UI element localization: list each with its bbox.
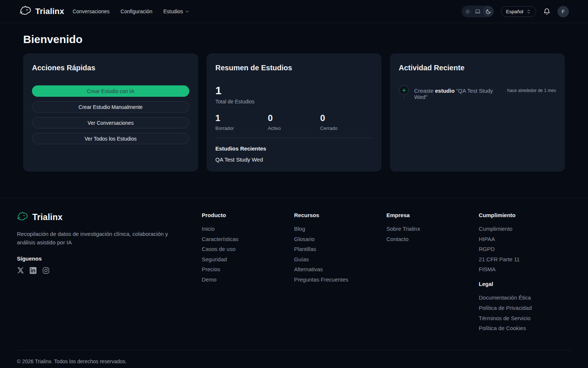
notifications-button[interactable]	[543, 8, 551, 15]
footer-columns: Producto Inicio Características Casos de…	[202, 212, 571, 331]
footer-link[interactable]: FISMA	[479, 266, 571, 272]
footer-link[interactable]: Seguridad	[202, 256, 294, 262]
recent-activity-title: Actividad Reciente	[399, 64, 556, 72]
nav-link-estudios[interactable]: Estudios	[163, 8, 190, 14]
linkedin-icon[interactable]	[29, 267, 37, 274]
footer: Trialinx Recopilación de datos de invest…	[0, 198, 588, 368]
theme-system-button[interactable]	[473, 7, 483, 16]
chevrons-up-down-icon	[526, 9, 531, 14]
plus-icon	[399, 85, 409, 95]
user-avatar[interactable]: F	[557, 6, 569, 17]
footer-link[interactable]: Demo	[202, 277, 294, 282]
footer-column-recursos: Recursos Blog Glosario Plantillas Guías …	[294, 212, 386, 331]
copyright: © 2026 Trialinx. Todos los derechos rese…	[17, 358, 571, 364]
footer-column-cumplimiento: Cumplimiento Cumplimiento HIPAA RGPD 21 …	[479, 212, 571, 331]
quick-actions-card: Acciones Rápidas Crear Estudio con IA Cr…	[23, 53, 198, 171]
recent-activity-card: Actividad Reciente Creaste estudio "QA T…	[390, 53, 565, 171]
footer-brand-block: Trialinx Recopilación de datos de invest…	[17, 212, 202, 331]
social-links	[17, 267, 202, 274]
theme-toggle	[462, 6, 494, 17]
footer-description: Recopilación de datos de investigación c…	[17, 230, 180, 247]
footer-link[interactable]: Contacto	[387, 236, 479, 242]
footer-link[interactable]: Precios	[202, 266, 294, 272]
view-all-studies-button[interactable]: Ver Todos los Estudios	[32, 133, 189, 144]
footer-link[interactable]: RGPD	[479, 246, 571, 252]
footer-link[interactable]: Cumplimiento	[479, 226, 571, 231]
footer-link[interactable]: Términos de Servicio	[479, 315, 571, 321]
footer-link[interactable]: Preguntas Frecuentes	[294, 277, 386, 282]
stat-borrador: 1 Borrador	[215, 113, 268, 131]
create-study-ai-button[interactable]: Crear Estudio con IA	[32, 85, 189, 97]
footer-column-legal: Legal Documentación Ética Política de Pr…	[479, 281, 571, 331]
footer-brand-name: Trialinx	[32, 212, 62, 222]
sun-icon	[465, 9, 470, 14]
brand-logo[interactable]: Trialinx	[19, 6, 64, 17]
theme-light-button[interactable]	[463, 7, 472, 16]
main-nav: Conversaciones Configuración Estudios	[73, 8, 190, 14]
footer-link[interactable]: 21 CFR Parte 11	[479, 256, 571, 262]
footer-link[interactable]: Alternativas	[294, 266, 386, 272]
language-label: Español	[506, 9, 523, 14]
view-conversations-button[interactable]: Ver Conversaciones	[32, 117, 189, 128]
footer-column-producto: Producto Inicio Características Casos de…	[202, 212, 294, 331]
footer-bottom: © 2026 Trialinx. Todos los derechos rese…	[17, 350, 571, 368]
divider	[215, 138, 373, 138]
laptop-icon	[475, 8, 481, 14]
study-summary-title: Resumen de Estudios	[215, 64, 373, 72]
stat-activo: 0 Activo	[268, 113, 320, 131]
footer-link[interactable]: Blog	[294, 226, 386, 231]
activity-text: Creaste estudio "QA Test Study Wed"	[414, 85, 507, 100]
theme-dark-button[interactable]	[483, 7, 493, 16]
dashboard-cards: Acciones Rápidas Crear Estudio con IA Cr…	[23, 53, 565, 171]
navbar: Trialinx Conversaciones Configuración Es…	[0, 0, 588, 23]
timeline-stub	[404, 96, 404, 99]
total-studies-label: Total de Estudios	[215, 99, 373, 105]
moon-icon	[485, 9, 491, 14]
footer-link[interactable]: Inicio	[202, 226, 294, 231]
footer-link[interactable]: HIPAA	[479, 236, 571, 242]
footer-link[interactable]: Documentación Ética	[479, 295, 571, 300]
main-content: Bienvenido Acciones Rápidas Crear Estudi…	[0, 33, 588, 171]
footer-link[interactable]: Plantillas	[294, 246, 386, 252]
footer-brand-logo[interactable]: Trialinx	[17, 212, 202, 222]
x-icon[interactable]	[17, 267, 24, 274]
bell-icon	[543, 8, 551, 15]
create-study-manual-button[interactable]: Crear Estudio Manualmente	[32, 101, 189, 113]
study-summary-card: Resumen de Estudios 1 Total de Estudios …	[207, 53, 381, 171]
wolf-logo-icon	[19, 6, 33, 17]
footer-link[interactable]: Casos de uso	[202, 246, 294, 252]
footer-link[interactable]: Política de Cookies	[479, 325, 571, 331]
quick-actions-title: Acciones Rápidas	[32, 64, 189, 72]
footer-link[interactable]: Guías	[294, 256, 386, 262]
footer-link[interactable]: Características	[202, 236, 294, 242]
activity-item: Creaste estudio "QA Test Study Wed" hace…	[399, 85, 556, 100]
total-studies-value: 1	[215, 84, 373, 97]
activity-timestamp: hace alrededor de 1 mes	[507, 85, 556, 93]
chevron-down-icon	[185, 9, 190, 14]
nav-link-configuracion[interactable]: Configuración	[121, 8, 152, 14]
recent-studies-title: Estudios Recientes	[215, 145, 373, 152]
footer-link[interactable]: Sobre Trialinx	[387, 226, 479, 231]
summary-stats: 1 Borrador 0 Activo 0 Cerrado	[215, 113, 373, 131]
follow-label: Síguenos	[17, 255, 202, 262]
recent-study-link[interactable]: QA Test Study Wed	[215, 156, 373, 163]
footer-link[interactable]: Glosario	[294, 236, 386, 242]
wolf-logo-icon	[17, 212, 29, 222]
nav-link-conversaciones[interactable]: Conversaciones	[73, 8, 110, 14]
language-selector[interactable]: Español	[501, 6, 536, 17]
brand-name: Trialinx	[35, 7, 64, 16]
footer-column-empresa: Empresa Sobre Trialinx Contacto	[387, 212, 479, 331]
footer-link[interactable]: Política de Privacidad	[479, 305, 571, 311]
page-title: Bienvenido	[23, 33, 565, 46]
instagram-icon[interactable]	[42, 267, 50, 274]
stat-cerrado: 0 Cerrado	[320, 113, 373, 131]
